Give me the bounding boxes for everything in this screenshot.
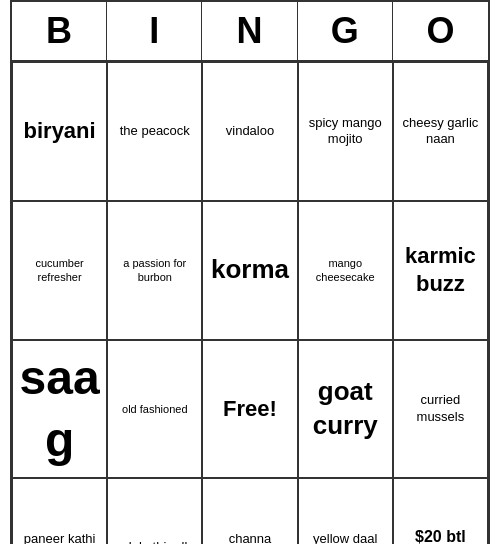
bingo-cell: Free! — [202, 340, 297, 479]
bingo-cell: biryani — [12, 62, 107, 201]
header-letter: O — [393, 2, 488, 60]
bingo-cell: curried mussels — [393, 340, 488, 479]
bingo-cell: spicy mango mojito — [298, 62, 393, 201]
header-letter: I — [107, 2, 202, 60]
bingo-cell: goat curry — [298, 340, 393, 479]
bingo-cell: korma — [202, 201, 297, 340]
bingo-header: BINGO — [12, 2, 488, 62]
header-letter: N — [202, 2, 297, 60]
bingo-cell: cheesy garlic naan — [393, 62, 488, 201]
bingo-cell: the peacock — [107, 62, 202, 201]
bingo-cell: old fashioned — [107, 340, 202, 479]
bingo-cell: ck kathi roll — [107, 478, 202, 544]
bingo-cell: karmic buzz — [393, 201, 488, 340]
bingo-cell: mango cheesecake — [298, 201, 393, 340]
bingo-cell: cucumber refresher — [12, 201, 107, 340]
bingo-cell: vindaloo — [202, 62, 297, 201]
bingo-card: BINGO biryanithe peacockvindaloospicy ma… — [10, 0, 490, 544]
bingo-cell: a passion for burbon — [107, 201, 202, 340]
header-letter: B — [12, 2, 107, 60]
bingo-cell: $20 btl wine — [393, 478, 488, 544]
bingo-cell: yellow daal tarka — [298, 478, 393, 544]
bingo-cell: channa masala — [202, 478, 297, 544]
header-letter: G — [298, 2, 393, 60]
bingo-cell: paneer kathi roll — [12, 478, 107, 544]
bingo-grid: biryanithe peacockvindaloospicy mango mo… — [12, 62, 488, 544]
bingo-cell: saag — [12, 340, 107, 479]
